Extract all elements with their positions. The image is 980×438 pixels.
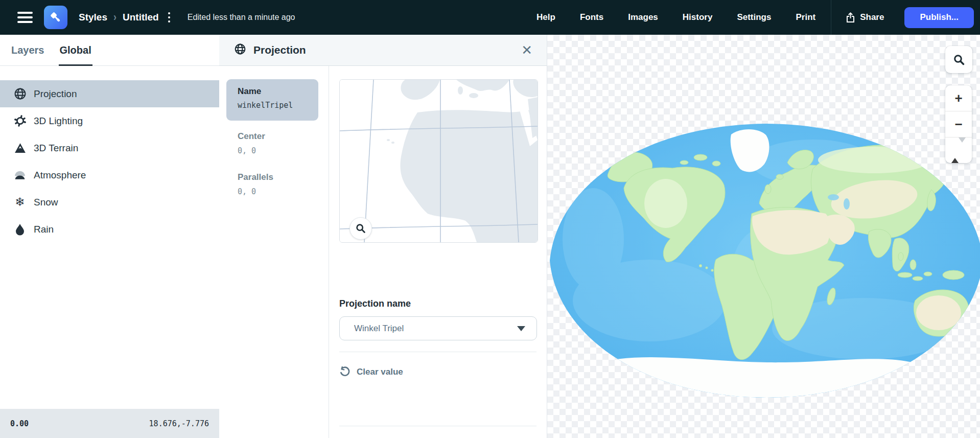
top-bar: Styles › Untitled Edited less than a min…	[0, 0, 980, 35]
globe-icon	[234, 43, 246, 57]
paintbrush-icon	[49, 11, 62, 24]
property-value: 0, 0	[238, 187, 318, 196]
nav-settings[interactable]: Settings	[725, 12, 783, 22]
search-icon	[953, 54, 965, 66]
mapbox-studio-logo[interactable]	[44, 6, 67, 29]
coordinates-readout: 18.676,-7.776	[149, 419, 209, 428]
divider	[339, 426, 536, 426]
sidebar-item-atmosphere[interactable]: Atmosphere	[0, 162, 219, 189]
mountain-icon	[13, 142, 27, 155]
magnifier-icon	[356, 223, 366, 234]
menu-icon[interactable]	[17, 12, 33, 23]
triangle-up-icon	[951, 143, 959, 163]
sidebar-item-rain[interactable]: Rain	[0, 216, 219, 243]
projection-name-dropdown[interactable]: Winkel Tripel	[339, 316, 537, 340]
property-label: Parallels	[238, 172, 318, 182]
triangle-down-icon	[959, 137, 966, 158]
preview-map-graphic	[340, 80, 538, 242]
nav-fonts[interactable]: Fonts	[568, 12, 616, 22]
globe-icon	[13, 87, 27, 101]
breadcrumb-style-name: Untitled	[123, 12, 159, 23]
bearing-pitch-button[interactable]	[945, 137, 972, 163]
property-editor: Projection name Winkel Tripel Clear valu…	[329, 66, 547, 438]
sidebar-item-label: Rain	[34, 224, 54, 235]
sidebar-item-label: Snow	[34, 197, 58, 208]
property-label: Name	[238, 86, 318, 97]
projection-preview-map[interactable]	[339, 79, 538, 243]
map-statusbar: 0.00 18.676,-7.776	[0, 409, 219, 438]
clear-value-button[interactable]: Clear value	[339, 366, 403, 377]
field-label: Projection name	[339, 298, 411, 309]
panel-footer: Property details </>	[339, 435, 536, 438]
lighting-gear-icon	[13, 114, 27, 128]
style-menu-kebab-icon[interactable]	[165, 10, 173, 25]
tab-global[interactable]: Global	[59, 35, 92, 65]
close-icon[interactable]: ✕	[518, 42, 535, 58]
property-value: 0, 0	[238, 146, 318, 155]
sidebar-item-label: 3D Lighting	[34, 116, 83, 127]
property-parallels[interactable]: Parallels 0, 0	[226, 172, 318, 196]
atmosphere-dome-icon	[13, 169, 27, 182]
nav-history[interactable]: History	[670, 12, 725, 22]
topbar-nav: Help Fonts Images History Settings Print…	[524, 0, 980, 35]
publish-button[interactable]: Publish...	[904, 7, 974, 28]
property-name[interactable]: Name winkelTripel	[226, 79, 318, 121]
sidebar-item-label: Atmosphere	[34, 170, 86, 181]
breadcrumb-styles[interactable]: Styles	[79, 12, 107, 23]
share-icon	[846, 12, 855, 23]
world-map-winkel-tripel	[547, 35, 980, 438]
sidebar-item-label: Projection	[34, 88, 77, 100]
tab-layers[interactable]: Layers	[10, 35, 45, 65]
sidebar-item-3d-terrain[interactable]: 3D Terrain	[0, 134, 219, 162]
property-list: Name winkelTripel Center 0, 0 Parallels …	[219, 66, 329, 438]
chevron-down-icon	[517, 326, 525, 331]
map-search-button[interactable]	[945, 46, 972, 73]
projection-panel: Projection ✕ Name winkelTripel Center 0,…	[219, 35, 547, 438]
sidebar-item-projection[interactable]: Projection	[0, 80, 219, 107]
clear-value-label: Clear value	[357, 367, 403, 377]
raindrop-icon	[13, 223, 27, 236]
left-sidebar: Layers Global Projection 3D Lighting 3D …	[0, 35, 220, 438]
topbar-divider	[831, 0, 831, 35]
zoom-in-button[interactable]: +	[945, 85, 972, 111]
undo-icon	[339, 366, 350, 377]
chevron-right-icon: ›	[113, 11, 116, 24]
nav-help[interactable]: Help	[524, 12, 568, 22]
sidebar-tabs: Layers Global	[0, 35, 219, 66]
zoom-level-readout: 0.00	[10, 419, 29, 428]
map-zoom-controls: + −	[945, 85, 972, 163]
breadcrumb: Styles › Untitled	[79, 10, 173, 25]
nav-print[interactable]: Print	[783, 12, 828, 22]
panel-title: Projection	[253, 44, 306, 56]
property-value: winkelTripel	[238, 101, 318, 110]
snowflake-icon: ❄	[13, 196, 27, 209]
divider	[339, 352, 536, 352]
sidebar-item-3d-lighting[interactable]: 3D Lighting	[0, 107, 219, 134]
dropdown-value: Winkel Tripel	[354, 324, 404, 334]
preview-zoom-button[interactable]	[349, 217, 372, 240]
map-canvas[interactable]: + −	[547, 35, 980, 438]
zoom-out-button[interactable]: −	[945, 111, 972, 137]
share-button[interactable]: Share	[834, 12, 895, 23]
property-center[interactable]: Center 0, 0	[226, 131, 318, 155]
sidebar-item-label: 3D Terrain	[34, 143, 78, 154]
property-label: Center	[238, 131, 318, 142]
sidebar-item-snow[interactable]: ❄ Snow	[0, 189, 219, 216]
share-label: Share	[860, 12, 884, 22]
edited-status: Edited less than a minute ago	[188, 13, 295, 22]
panel-header: Projection ✕	[219, 35, 547, 66]
nav-images[interactable]: Images	[616, 12, 670, 22]
